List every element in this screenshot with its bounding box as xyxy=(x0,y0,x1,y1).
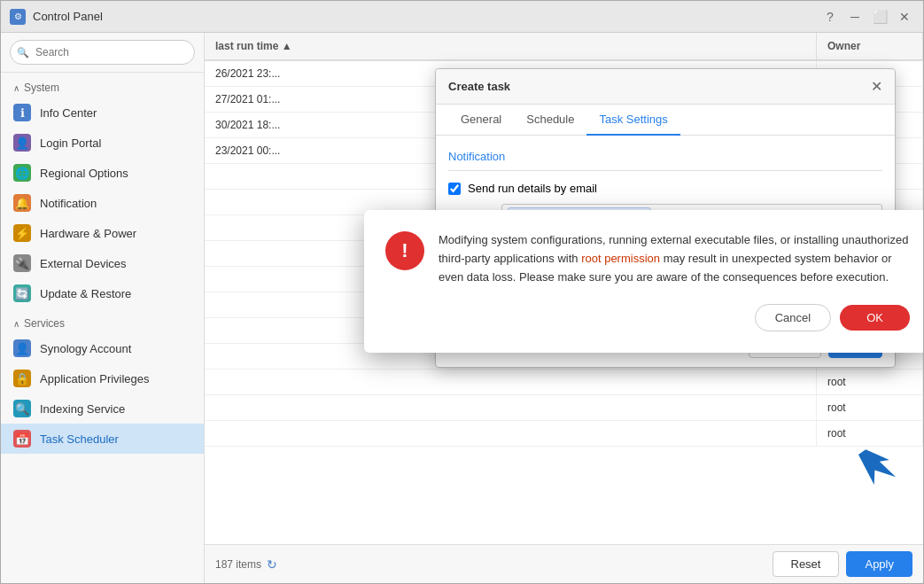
sidebar-item-login-portal[interactable]: 👤 Login Portal xyxy=(1,128,204,158)
section-header-services: ∧ Services xyxy=(1,308,204,333)
sidebar-item-external-devices[interactable]: 🔌 External Devices xyxy=(1,248,204,278)
warning-cancel-button[interactable]: Cancel xyxy=(755,304,831,331)
cell-run-time xyxy=(205,395,817,420)
login-portal-icon: 👤 xyxy=(13,134,31,152)
apply-button[interactable]: Apply xyxy=(846,551,912,577)
chevron-icon: ∧ xyxy=(13,83,19,93)
sidebar-label-hardware-power: Hardware & Power xyxy=(40,227,136,240)
task-scheduler-icon: 📅 xyxy=(13,430,31,448)
reset-button[interactable]: Reset xyxy=(773,551,840,577)
sidebar-label-external-devices: External Devices xyxy=(40,257,127,270)
table-header: last run time ▲ Owner xyxy=(205,33,923,61)
close-button[interactable]: ✕ xyxy=(895,7,914,27)
warning-icon-wrap: ! xyxy=(385,231,424,286)
sidebar-item-notification[interactable]: 🔔 Notification xyxy=(1,188,204,218)
info-center-icon: ℹ xyxy=(13,104,31,121)
sidebar-label-notification: Notification xyxy=(40,197,97,210)
sidebar-item-synology-account[interactable]: 👤 Synology Account xyxy=(1,333,204,363)
sidebar-item-info-center[interactable]: ℹ Info Center xyxy=(1,97,204,128)
cell-run-time xyxy=(205,421,817,446)
sidebar: ∧ System ℹ Info Center 👤 Login Portal 🌐 … xyxy=(1,33,205,583)
section-header-system: ∧ System xyxy=(1,73,204,97)
app-window: ⚙ Control Panel ? ─ ⬜ ✕ ∧ System ℹ xyxy=(0,0,924,584)
sidebar-item-hardware-power[interactable]: ⚡ Hardware & Power xyxy=(1,218,204,248)
cell-owner: root xyxy=(817,370,923,394)
sidebar-item-task-scheduler[interactable]: 📅 Task Scheduler xyxy=(1,424,204,454)
sidebar-label-indexing-service: Indexing Service xyxy=(40,402,125,416)
tab-task-settings[interactable]: Task Settings xyxy=(586,105,679,136)
column-run-time: last run time ▲ xyxy=(205,33,817,59)
cell-owner: root xyxy=(817,395,923,420)
warning-exclamation-icon: ! xyxy=(385,231,424,270)
external-devices-icon: 🔌 xyxy=(13,254,31,272)
app-icon: ⚙ xyxy=(10,9,26,25)
section-label-system: System xyxy=(24,82,59,94)
warning-ok-button[interactable]: OK xyxy=(840,305,910,331)
warning-text: Modifying system configurations, running… xyxy=(439,231,910,286)
notification-icon: 🔔 xyxy=(13,194,31,212)
item-count-text: 187 items xyxy=(215,558,261,571)
hardware-power-icon: ⚡ xyxy=(13,224,31,242)
help-button[interactable]: ? xyxy=(820,7,840,27)
sidebar-label-info-center: Info Center xyxy=(40,106,97,120)
synology-account-icon: 👤 xyxy=(13,339,31,357)
notification-section-label: Notification xyxy=(448,150,882,171)
sidebar-label-login-portal: Login Portal xyxy=(40,136,101,150)
table-row[interactable]: root xyxy=(205,421,923,447)
send-email-label: Send run details by email xyxy=(468,182,597,195)
item-count-area: 187 items ↻ xyxy=(215,557,277,572)
dialog-close-button[interactable]: ✕ xyxy=(871,78,882,95)
sidebar-item-update-restore[interactable]: 🔄 Update & Restore xyxy=(1,278,204,308)
warning-buttons: Cancel OK xyxy=(385,304,910,331)
column-owner: Owner xyxy=(817,33,923,59)
application-privileges-icon: 🔒 xyxy=(13,370,31,387)
cell-run-time xyxy=(205,370,817,394)
send-email-row: Send run details by email xyxy=(448,182,882,195)
titlebar: ⚙ Control Panel ? ─ ⬜ ✕ xyxy=(1,1,923,33)
indexing-service-icon: 🔍 xyxy=(13,400,31,417)
refresh-icon[interactable]: ↻ xyxy=(267,557,277,572)
sidebar-item-indexing-service[interactable]: 🔍 Indexing Service xyxy=(1,393,204,424)
sidebar-item-application-privileges[interactable]: 🔒 Application Privileges xyxy=(1,363,204,393)
sidebar-item-regional-options[interactable]: 🌐 Regional Options xyxy=(1,158,204,188)
tab-schedule[interactable]: Schedule xyxy=(514,105,586,136)
warning-modal: ! Modifying system configurations, runni… xyxy=(364,210,923,353)
table-row[interactable]: root xyxy=(205,395,923,421)
maximize-button[interactable]: ⬜ xyxy=(870,7,889,27)
regional-options-icon: 🌐 xyxy=(13,164,31,182)
bottom-actions: Reset Apply xyxy=(773,551,913,577)
dialog-titlebar: Create task ✕ xyxy=(436,69,895,105)
chevron-services-icon: ∧ xyxy=(13,319,19,329)
highlight-text: root permission xyxy=(581,252,660,265)
content-area: last run time ▲ Owner 26/2021 23:... roo… xyxy=(205,33,923,583)
sidebar-search-area xyxy=(1,33,204,73)
sidebar-label-regional-options: Regional Options xyxy=(40,167,128,180)
sidebar-label-application-privileges: Application Privileges xyxy=(40,372,150,385)
window-controls: ? ─ ⬜ ✕ xyxy=(820,7,914,27)
search-wrap xyxy=(10,40,195,65)
warning-content: ! Modifying system configurations, runni… xyxy=(385,231,910,286)
section-label-services: Services xyxy=(24,317,65,330)
sidebar-label-synology-account: Synology Account xyxy=(40,342,131,355)
minimize-button[interactable]: ─ xyxy=(845,7,865,27)
bottom-bar: 187 items ↻ Reset Apply xyxy=(205,544,923,583)
update-restore-icon: 🔄 xyxy=(13,284,31,302)
dialog-title: Create task xyxy=(448,80,510,93)
sidebar-label-update-restore: Update & Restore xyxy=(40,287,131,300)
table-row[interactable]: root xyxy=(205,370,923,395)
tab-general[interactable]: General xyxy=(448,105,514,136)
search-input[interactable] xyxy=(10,40,195,65)
dialog-tabs: General Schedule Task Settings xyxy=(436,105,895,136)
send-email-checkbox[interactable] xyxy=(448,183,461,195)
sidebar-label-task-scheduler: Task Scheduler xyxy=(40,432,119,446)
main-layout: ∧ System ℹ Info Center 👤 Login Portal 🌐 … xyxy=(1,33,923,583)
window-title: Control Panel xyxy=(33,10,813,23)
